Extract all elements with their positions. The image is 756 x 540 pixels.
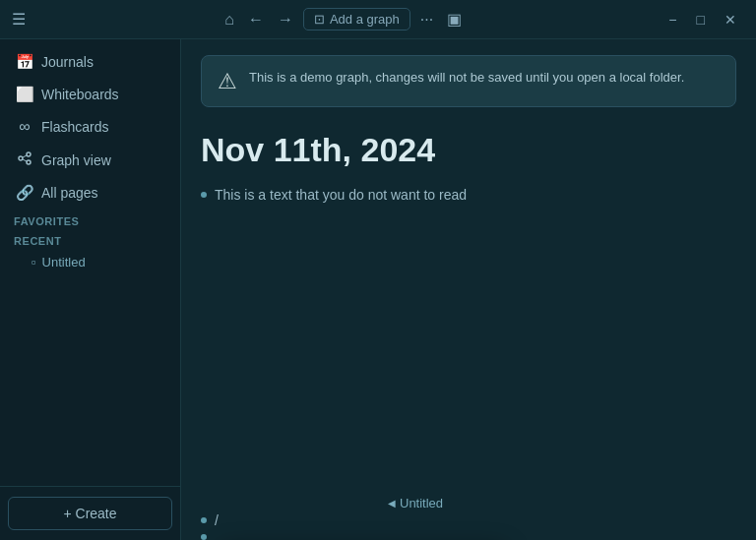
bullet-item: This is a text that you do not want to r… (201, 187, 736, 203)
svg-point-2 (27, 160, 31, 164)
back-icon: ← (248, 11, 264, 28)
whiteboards-icon: ⬜ (16, 86, 33, 103)
slash-area: / TIME & DATE Tomorrow Yesterday Today C… (181, 512, 756, 540)
page-title: Nov 11th, 2024 (201, 131, 736, 169)
titlebar-left: ☰ (12, 10, 26, 29)
svg-point-0 (19, 156, 23, 160)
all-pages-icon: 🔗 (16, 184, 33, 202)
sidebar-item-label: Journals (41, 54, 94, 70)
warning-banner: ⚠ This is a demo graph, changes will not… (201, 55, 736, 107)
bullet-text: This is a text that you do not want to r… (215, 187, 467, 203)
sidebar-item-all-pages[interactable]: 🔗 All pages (4, 177, 176, 209)
titlebar-center: ⌂ ← → ⊡ Add a graph ··· ▣ (220, 6, 466, 32)
sidebar: 📅 Journals ⬜ Whiteboards ∞ Flashcards (0, 39, 181, 540)
sidebar-item-label: Graph view (41, 152, 111, 168)
sidebar-item-flashcards[interactable]: ∞ Flashcards (4, 111, 176, 143)
expand-icon: ◀ (388, 498, 396, 509)
page-content: This is a text that you do not want to r… (201, 187, 736, 203)
sidebar-item-label: Whiteboards (41, 87, 119, 102)
sidebar-item-label: Flashcards (41, 119, 108, 135)
more-button[interactable]: ··· (416, 7, 437, 32)
forward-icon: → (278, 11, 293, 28)
panel-button[interactable]: ▣ (443, 6, 466, 32)
maximize-button[interactable]: □ (689, 9, 713, 30)
close-button[interactable]: ✕ (717, 9, 744, 30)
app-body: 📅 Journals ⬜ Whiteboards ∞ Flashcards (0, 39, 756, 540)
svg-line-4 (23, 159, 27, 161)
favorites-label: FAVORITES (14, 215, 79, 227)
home-button[interactable]: ⌂ (220, 7, 238, 32)
editor-area: Nov 11th, 2024 This is a text that you d… (181, 115, 756, 512)
recent-label: RECENT (14, 235, 62, 247)
untitled-icon: ▫ (32, 255, 36, 270)
sidebar-item-label: All pages (41, 185, 98, 201)
sidebar-item-graph-view[interactable]: Graph view (4, 144, 176, 176)
panel-icon: ▣ (447, 11, 462, 28)
back-button[interactable]: ← (244, 7, 268, 32)
sidebar-item-label: Untitled (42, 255, 86, 270)
add-graph-label: Add a graph (330, 12, 400, 27)
titlebar: ☰ ⌂ ← → ⊡ Add a graph ··· ▣ − □ ✕ (0, 0, 756, 39)
sidebar-nav: 📅 Journals ⬜ Whiteboards ∞ Flashcards (0, 39, 180, 486)
main-content: ⚠ This is a demo graph, changes will not… (181, 39, 756, 540)
sidebar-item-whiteboards[interactable]: ⬜ Whiteboards (4, 79, 176, 110)
journals-icon: 📅 (16, 53, 33, 71)
flashcards-icon: ∞ (16, 118, 33, 136)
more-icon: ··· (420, 11, 433, 28)
add-graph-button[interactable]: ⊡ Add a graph (303, 8, 410, 30)
svg-line-3 (23, 155, 27, 157)
favorites-section: FAVORITES (0, 210, 180, 229)
forward-button[interactable]: → (274, 7, 297, 32)
slash-input-row: / (201, 512, 736, 528)
slash-text: / (215, 512, 219, 528)
recent-section: RECENT (0, 229, 180, 249)
graph-view-icon (16, 150, 33, 169)
minimize-button[interactable]: − (661, 9, 684, 30)
second-bullet-dot (201, 534, 207, 540)
home-icon: ⌂ (224, 11, 234, 28)
sidebar-footer: + Create (0, 486, 180, 540)
sidebar-item-journals[interactable]: 📅 Journals (4, 46, 176, 78)
svg-point-1 (27, 152, 31, 156)
hamburger-icon[interactable]: ☰ (12, 10, 26, 29)
bullet-dot (201, 192, 207, 198)
sidebar-item-untitled[interactable]: ▫ Untitled (4, 250, 176, 274)
slash-bullet-dot (201, 517, 207, 523)
titlebar-right: − □ ✕ (661, 9, 744, 30)
create-button[interactable]: + Create (8, 497, 172, 530)
untitled-collapse-label: Untitled (400, 496, 443, 510)
graph-icon: ⊡ (314, 12, 325, 27)
warning-icon: ⚠ (218, 69, 237, 94)
untitled-expand-row[interactable]: ◀ Untitled (388, 496, 443, 510)
warning-text: This is a demo graph, changes will not b… (249, 68, 684, 88)
